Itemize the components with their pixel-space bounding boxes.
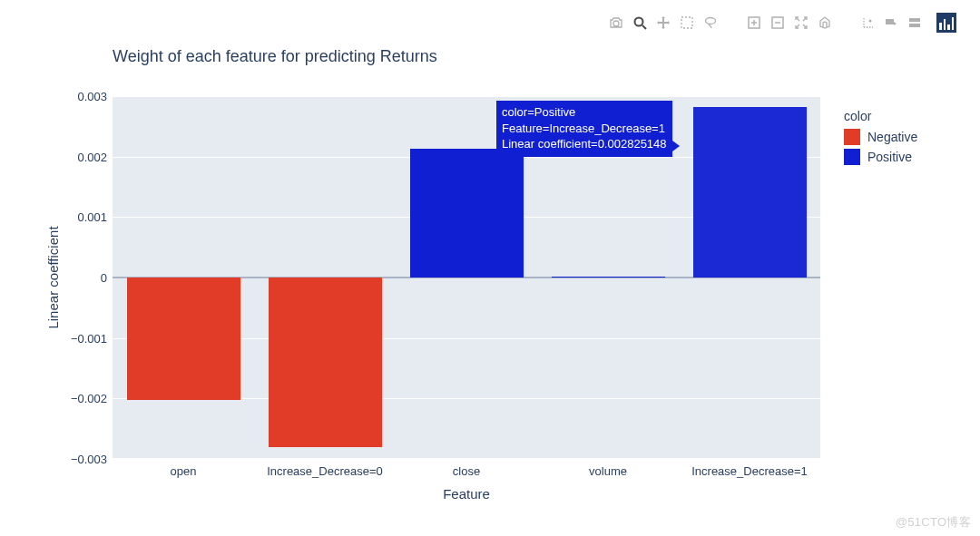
box-select-icon[interactable]	[679, 15, 695, 31]
ytick: 0.003	[77, 90, 107, 103]
bar-volume[interactable]	[552, 277, 665, 278]
bar-increase-decrease-0[interactable]	[269, 278, 382, 447]
spikelines-icon[interactable]	[860, 15, 877, 31]
legend-label: Negative	[867, 130, 917, 144]
zoom-out-icon[interactable]	[769, 15, 786, 31]
legend-swatch-icon	[844, 149, 860, 165]
hoverclosest-icon[interactable]	[884, 15, 900, 31]
svg-rect-13	[909, 24, 920, 27]
ytick: −0.001	[71, 331, 107, 345]
ytick: 0.001	[77, 210, 107, 224]
plot-modebar	[608, 13, 956, 33]
gridline	[113, 458, 820, 459]
zoom-icon[interactable]	[632, 15, 648, 31]
plotly-logo[interactable]	[936, 13, 956, 33]
legend-swatch-icon	[844, 129, 860, 145]
tooltip-arrow-icon	[672, 141, 680, 151]
xtick: Increase_Decrease=1	[691, 464, 808, 478]
svg-point-3	[706, 18, 716, 24]
reset-axes-icon[interactable]	[817, 15, 833, 31]
lasso-icon[interactable]	[702, 15, 719, 31]
gridline	[113, 96, 820, 97]
legend-label: Positive	[867, 150, 912, 164]
yaxis-title: Linear coefficient	[45, 226, 61, 328]
legend-item-negative[interactable]: Negative	[844, 129, 917, 145]
chart-title: Weight of each feature for predicting Re…	[113, 47, 437, 66]
tooltip-line: Linear coefficient=0.002825148	[502, 136, 667, 152]
svg-rect-12	[909, 18, 920, 22]
ytick: −0.002	[71, 392, 107, 405]
bar-close[interactable]	[410, 149, 524, 278]
svg-line-1	[642, 25, 646, 29]
hover-tooltip: color=Positive Feature=Increase_Decrease…	[496, 101, 672, 157]
svg-rect-2	[681, 17, 692, 28]
tooltip-line: color=Positive	[502, 104, 667, 121]
xtick: Increase_Decrease=0	[267, 464, 383, 478]
bar-open[interactable]	[127, 278, 240, 400]
ytick: −0.003	[71, 453, 107, 466]
svg-point-0	[635, 18, 643, 26]
xtick: close	[453, 464, 480, 478]
xtick: volume	[589, 464, 627, 478]
pan-icon[interactable]	[655, 15, 671, 31]
zoom-in-icon[interactable]	[746, 15, 762, 31]
autoscale-icon[interactable]	[793, 15, 809, 31]
svg-point-11	[869, 20, 872, 23]
tooltip-line: Feature=Increase_Decrease=1	[502, 121, 667, 137]
watermark: @51CTO博客	[896, 514, 971, 531]
xaxis-title: Feature	[443, 486, 490, 502]
xtick: open	[171, 464, 197, 478]
hovercompare-icon[interactable]	[907, 15, 924, 31]
bar-increase-decrease-1[interactable]	[693, 107, 807, 278]
ytick: 0	[101, 271, 107, 285]
legend-item-positive[interactable]: Positive	[844, 149, 917, 165]
legend: color Negative Positive	[844, 109, 917, 165]
ytick: 0.002	[77, 150, 107, 163]
camera-icon[interactable]	[608, 15, 624, 31]
plot-area[interactable]	[113, 96, 820, 459]
legend-title: color	[844, 109, 917, 123]
